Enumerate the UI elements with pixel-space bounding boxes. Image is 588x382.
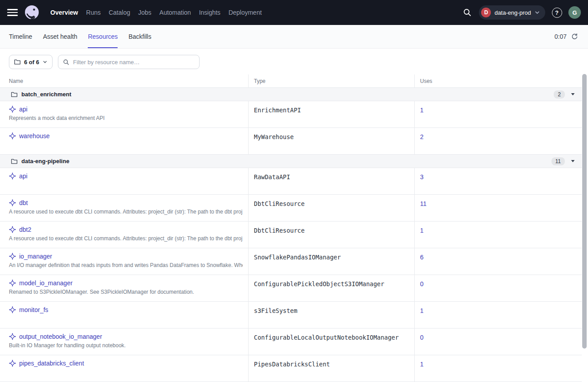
tab-timeline[interactable]: Timeline xyxy=(9,25,32,48)
chevron-down-icon xyxy=(535,10,540,15)
uses-count-link[interactable]: 3 xyxy=(420,173,424,181)
resource-table: Name Type Uses batch_enrichment2apiRepre… xyxy=(0,74,582,382)
table-row: output_notebook_io_managerBuilt-in IO Ma… xyxy=(0,329,582,355)
type-cell: MyWarehouse xyxy=(248,128,414,154)
resource-type: DbtCliResource xyxy=(254,227,305,234)
resource-name-link[interactable]: api xyxy=(19,173,28,180)
name-cell: apiRepresents a mock data enrichment API xyxy=(0,101,248,127)
uses-cell: 1 xyxy=(414,222,582,248)
uses-cell: 11 xyxy=(414,195,582,221)
resource-description: A resource used to execute dbt CLI comma… xyxy=(9,235,243,242)
resource-type: DbtCliResource xyxy=(254,200,305,207)
resource-icon xyxy=(9,306,16,313)
user-avatar[interactable]: G xyxy=(568,6,581,19)
collapse-caret-icon[interactable] xyxy=(571,93,575,95)
type-cell: ConfigurablePickledObjectS3IOManager xyxy=(248,275,414,301)
group-count-label: 6 of 6 xyxy=(24,59,39,66)
collapse-caret-icon[interactable] xyxy=(571,160,575,162)
resource-description: Renamed to S3PickleIOManager. See S3Pick… xyxy=(9,289,243,295)
vertical-scrollbar[interactable] xyxy=(582,74,587,349)
name-cell: pipes_databricks_client xyxy=(0,355,248,382)
uses-count-link[interactable]: 1 xyxy=(420,361,424,368)
uses-count-link[interactable]: 6 xyxy=(420,254,424,261)
group-count-dropdown[interactable]: 6 of 6 xyxy=(9,55,53,69)
uses-cell: 6 xyxy=(414,248,582,275)
table-row: apiRawDataAPI3 xyxy=(0,168,582,195)
resource-description: Built-in IO Manager for handling output … xyxy=(9,342,243,349)
uses-count-link[interactable]: 1 xyxy=(420,307,424,314)
resource-name-line: output_notebook_io_manager xyxy=(9,333,243,340)
nav-item-insights[interactable]: Insights xyxy=(195,6,225,19)
nav-right: D data-eng-prod ? G xyxy=(461,5,581,20)
resource-icon xyxy=(9,173,16,180)
group-row[interactable]: data-eng-pipeline11 xyxy=(0,155,582,168)
search-icon[interactable] xyxy=(461,7,473,18)
resource-type: RawDataAPI xyxy=(254,173,290,181)
resource-type: SnowflakePandasIOManager xyxy=(254,254,341,261)
resource-name-link[interactable]: warehouse xyxy=(19,132,50,140)
nav-item-catalog[interactable]: Catalog xyxy=(105,6,134,19)
nav-item-overview[interactable]: Overview xyxy=(46,6,82,19)
uses-count-link[interactable]: 2 xyxy=(420,133,424,140)
resource-name-line: warehouse xyxy=(9,132,243,140)
tab-resources[interactable]: Resources xyxy=(88,25,118,48)
table-row: io_managerAn I/O manager definition that… xyxy=(0,248,582,275)
resource-name-line: monitor_fs xyxy=(9,306,243,313)
tab-backfills[interactable]: Backfills xyxy=(128,25,151,48)
resource-name-line: pipes_databricks_client xyxy=(9,360,243,367)
help-icon[interactable]: ? xyxy=(551,7,563,18)
menu-icon[interactable] xyxy=(7,7,18,18)
resource-icon xyxy=(9,226,16,233)
search-icon xyxy=(63,59,69,66)
nav-item-deployment[interactable]: Deployment xyxy=(225,6,266,19)
uses-count-link[interactable]: 11 xyxy=(420,200,427,207)
nav-links: OverviewRunsCatalogJobsAutomationInsight… xyxy=(46,6,266,19)
name-cell: monitor_fs xyxy=(0,302,248,328)
chevron-down-icon xyxy=(42,59,48,65)
tab-asset-health[interactable]: Asset health xyxy=(43,25,77,48)
group-name: batch_enrichment xyxy=(21,91,71,98)
resource-name-link[interactable]: io_manager xyxy=(19,253,52,260)
top-nav: OverviewRunsCatalogJobsAutomationInsight… xyxy=(0,0,588,25)
nav-item-jobs[interactable]: Jobs xyxy=(134,6,155,19)
nav-item-automation[interactable]: Automation xyxy=(155,6,195,19)
resource-search-input[interactable] xyxy=(73,59,195,66)
resource-name-link[interactable]: monitor_fs xyxy=(19,306,48,313)
tab-bar: TimelineAsset healthResourcesBackfills 0… xyxy=(0,25,588,49)
name-cell: api xyxy=(0,168,248,194)
resource-name-link[interactable]: model_io_manager xyxy=(19,279,73,287)
group-name: data-eng-pipeline xyxy=(21,158,69,164)
resource-name-link[interactable]: dbt2 xyxy=(19,226,31,233)
group-row[interactable]: batch_enrichment2 xyxy=(0,88,582,101)
resource-name-link[interactable]: output_notebook_io_manager xyxy=(19,333,102,340)
group-row-right: 2 xyxy=(554,90,575,99)
uses-cell: 0 xyxy=(414,329,582,355)
uses-count-link[interactable]: 1 xyxy=(420,107,424,114)
refresh-icon[interactable] xyxy=(570,32,579,41)
folder-icon xyxy=(11,91,18,98)
uses-cell: 2 xyxy=(414,128,582,154)
resource-name-link[interactable]: api xyxy=(19,106,28,113)
group-count-badge: 2 xyxy=(554,90,565,99)
uses-count-link[interactable]: 1 xyxy=(420,227,424,234)
workspace-badge: D xyxy=(481,8,491,17)
nav-item-runs[interactable]: Runs xyxy=(82,6,105,19)
type-cell: PipesDatabricksClient xyxy=(248,355,414,382)
column-header-uses: Uses xyxy=(414,74,582,87)
column-header-name: Name xyxy=(0,74,248,87)
name-cell: model_io_managerRenamed to S3PickleIOMan… xyxy=(0,275,248,301)
resource-name-link[interactable]: dbt xyxy=(19,199,28,206)
name-cell: dbt2A resource used to execute dbt CLI c… xyxy=(0,222,248,248)
table-row: apiRepresents a mock data enrichment API… xyxy=(0,101,582,128)
column-header-type: Type xyxy=(248,74,414,87)
uses-count-link[interactable]: 0 xyxy=(420,334,424,341)
resource-icon xyxy=(9,279,16,287)
uses-count-link[interactable]: 0 xyxy=(420,280,424,288)
resource-icon xyxy=(9,333,16,340)
resource-table-body: batch_enrichment2apiRepresents a mock da… xyxy=(0,88,582,382)
workspace-switcher[interactable]: D data-eng-prod xyxy=(479,5,545,20)
dagster-logo-icon[interactable] xyxy=(24,4,40,21)
type-cell: s3FileSystem xyxy=(248,302,414,328)
resource-name-link[interactable]: pipes_databricks_client xyxy=(19,360,84,367)
resource-type: PipesDatabricksClient xyxy=(254,361,330,368)
